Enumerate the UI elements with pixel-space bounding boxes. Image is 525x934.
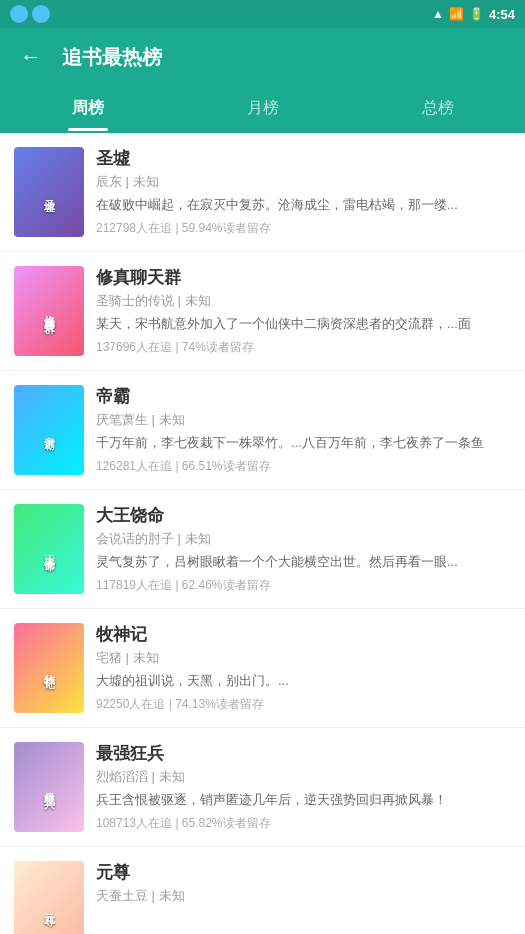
book-author-4: 会说话的肘子 | 未知 (96, 530, 511, 548)
book-stats-4: 117819人在追 | 62.46%读者留存 (96, 577, 511, 594)
book-title-4: 大王饶命 (96, 504, 511, 527)
book-item-2[interactable]: 修真聊天群 修真聊天群 圣骑士的传说 | 未知 某天，宋书航意外加入了一个仙侠中… (0, 252, 525, 371)
book-author-5: 宅猪 | 未知 (96, 649, 511, 667)
tab-monthly[interactable]: 月榜 (175, 86, 350, 131)
book-item-6[interactable]: 最强狂兵 最强狂兵 烈焰滔滔 | 未知 兵王含恨被驱逐，销声匿迹几年后，逆天强势… (0, 728, 525, 847)
header: ← 追书最热榜 (0, 28, 525, 86)
status-time: 4:54 (489, 7, 515, 22)
book-author-6: 烈焰滔滔 | 未知 (96, 768, 511, 786)
book-info-5: 牧神记 宅猪 | 未知 大墟的祖训说，天黑，别出门。... 92250人在追 |… (96, 623, 511, 713)
book-cover-3: 帝霸 (14, 385, 84, 475)
app-icon-2 (32, 5, 50, 23)
book-title-5: 牧神记 (96, 623, 511, 646)
book-item-4[interactable]: 大王饶命 大王饶命 会说话的肘子 | 未知 灵气复苏了，吕树眼瞅着一个个大能横空… (0, 490, 525, 609)
tab-total[interactable]: 总榜 (350, 86, 525, 131)
book-author-2: 圣骑士的传说 | 未知 (96, 292, 511, 310)
tab-bar: 周榜 月榜 总榜 (0, 86, 525, 133)
book-item-1[interactable]: 圣墟 圣墟 辰东 | 未知 在破败中崛起，在寂灭中复苏。沧海成尘，雷电枯竭，那一… (0, 133, 525, 252)
book-item-7[interactable]: 元尊 元尊 天蚕土豆 | 未知 (0, 847, 525, 934)
back-button[interactable]: ← (16, 40, 46, 74)
book-info-1: 圣墟 辰东 | 未知 在破败中崛起，在寂灭中复苏。沧海成尘，雷电枯竭，那一缕..… (96, 147, 511, 237)
book-title-1: 圣墟 (96, 147, 511, 170)
status-icons: ▲ 📶 🔋 4:54 (432, 7, 515, 22)
book-info-4: 大王饶命 会说话的肘子 | 未知 灵气复苏了，吕树眼瞅着一个个大能横空出世。然后… (96, 504, 511, 594)
book-cover-5: 牧神记 (14, 623, 84, 713)
book-desc-6: 兵王含恨被驱逐，销声匿迹几年后，逆天强势回归再掀风暴！ (96, 790, 511, 810)
book-stats-2: 137696人在追 | 74%读者留存 (96, 339, 511, 356)
book-info-3: 帝霸 厌笔萧生 | 未知 千万年前，李七夜栽下一株翠竹。...八百万年前，李七夜… (96, 385, 511, 475)
book-title-3: 帝霸 (96, 385, 511, 408)
book-cover-1: 圣墟 (14, 147, 84, 237)
book-author-7: 天蚕土豆 | 未知 (96, 887, 511, 905)
book-list: 圣墟 圣墟 辰东 | 未知 在破败中崛起，在寂灭中复苏。沧海成尘，雷电枯竭，那一… (0, 133, 525, 934)
book-author-3: 厌笔萧生 | 未知 (96, 411, 511, 429)
book-item-3[interactable]: 帝霸 帝霸 厌笔萧生 | 未知 千万年前，李七夜栽下一株翠竹。...八百万年前，… (0, 371, 525, 490)
book-title-7: 元尊 (96, 861, 511, 884)
book-stats-1: 212798人在追 | 59.94%读者留存 (96, 220, 511, 237)
book-desc-1: 在破败中崛起，在寂灭中复苏。沧海成尘，雷电枯竭，那一缕... (96, 195, 511, 215)
signal-icon: 📶 (449, 7, 464, 21)
status-bar: ▲ 📶 🔋 4:54 (0, 0, 525, 28)
book-info-2: 修真聊天群 圣骑士的传说 | 未知 某天，宋书航意外加入了一个仙侠中二病资深患者… (96, 266, 511, 356)
book-desc-2: 某天，宋书航意外加入了一个仙侠中二病资深患者的交流群，...面 (96, 314, 511, 334)
book-stats-5: 92250人在追 | 74.13%读者留存 (96, 696, 511, 713)
page-title: 追书最热榜 (62, 44, 162, 71)
book-item-5[interactable]: 牧神记 牧神记 宅猪 | 未知 大墟的祖训说，天黑，别出门。... 92250人… (0, 609, 525, 728)
book-desc-3: 千万年前，李七夜栽下一株翠竹。...八百万年前，李七夜养了一条鱼 (96, 433, 511, 453)
book-cover-4: 大王饶命 (14, 504, 84, 594)
book-cover-6: 最强狂兵 (14, 742, 84, 832)
book-title-2: 修真聊天群 (96, 266, 511, 289)
book-info-6: 最强狂兵 烈焰滔滔 | 未知 兵王含恨被驱逐，销声匿迹几年后，逆天强势回归再掀风… (96, 742, 511, 832)
book-author-1: 辰东 | 未知 (96, 173, 511, 191)
book-info-7: 元尊 天蚕土豆 | 未知 (96, 861, 511, 909)
book-title-6: 最强狂兵 (96, 742, 511, 765)
book-stats-3: 126281人在追 | 66.51%读者留存 (96, 458, 511, 475)
tab-weekly[interactable]: 周榜 (0, 86, 175, 131)
battery-icon: 🔋 (469, 7, 484, 21)
book-desc-5: 大墟的祖训说，天黑，别出门。... (96, 671, 511, 691)
app-icon-1 (10, 5, 28, 23)
wifi-icon: ▲ (432, 7, 444, 21)
book-desc-4: 灵气复苏了，吕树眼瞅着一个个大能横空出世。然后再看一眼... (96, 552, 511, 572)
book-stats-6: 108713人在追 | 65.82%读者留存 (96, 815, 511, 832)
book-cover-7: 元尊 (14, 861, 84, 934)
book-cover-2: 修真聊天群 (14, 266, 84, 356)
status-app-icons (10, 5, 50, 23)
